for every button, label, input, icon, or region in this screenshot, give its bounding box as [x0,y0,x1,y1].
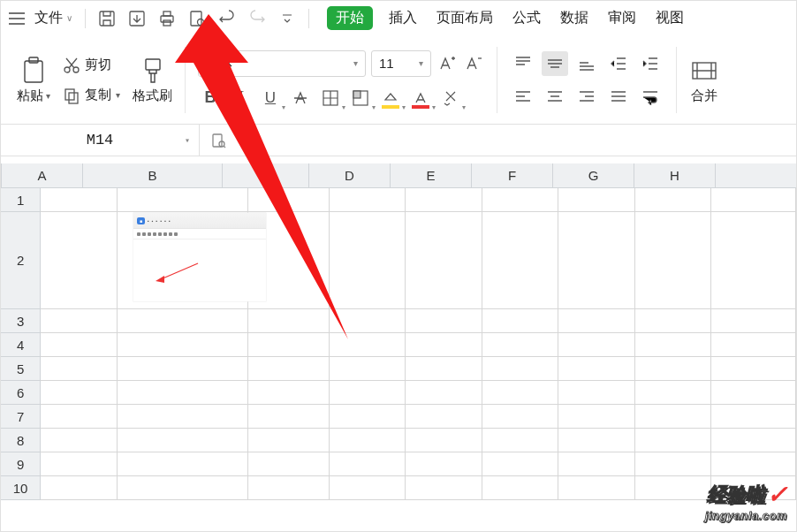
increase-font-icon[interactable] [436,53,458,74]
column-header[interactable]: E [391,163,472,188]
cell[interactable] [482,476,558,500]
column-header[interactable]: G [553,163,634,188]
cell[interactable] [482,381,558,405]
cell[interactable] [41,357,117,381]
cell[interactable] [635,381,711,405]
strikethrough-button[interactable] [288,86,313,110]
cell[interactable] [248,405,330,429]
row-header[interactable]: 3 [1,309,41,333]
cell[interactable] [482,333,558,357]
hamburger-icon[interactable] [8,10,26,27]
cell[interactable] [635,452,711,476]
cell[interactable] [406,188,482,212]
save-as-icon[interactable] [125,6,149,31]
column-header[interactable]: D [309,163,391,188]
more-quickaccess-icon[interactable] [275,6,300,31]
border-button[interactable]: ▾ [318,86,343,110]
name-box[interactable]: M14 ▾ [1,125,200,156]
cell[interactable] [406,309,482,333]
cell[interactable] [711,452,796,476]
tab-insert[interactable]: 插入 [385,7,421,29]
bold-button[interactable]: B [198,86,223,110]
cell[interactable] [482,429,558,452]
cancel-icon[interactable] [205,128,232,153]
cell[interactable] [330,476,406,500]
cell[interactable] [711,405,796,429]
cell[interactable] [118,333,248,357]
print-icon[interactable] [155,6,179,31]
copy-button[interactable]: 复制▾ [63,87,120,104]
file-menu-button[interactable]: 文件 ∨ [31,7,76,29]
cell[interactable] [635,188,711,212]
cell[interactable] [558,452,634,476]
row-header[interactable]: 4 [1,333,41,357]
select-all-corner[interactable] [1,163,2,188]
cell[interactable] [118,476,248,500]
cell[interactable] [635,429,711,452]
row-header[interactable]: 7 [1,405,41,429]
cell[interactable] [635,357,711,381]
clear-format-button[interactable]: ▾ [438,86,463,110]
cell[interactable] [406,333,482,357]
cell-style-button[interactable]: ▾ [348,86,373,110]
cell[interactable] [482,405,558,429]
tab-view[interactable]: 视图 [652,7,687,29]
cell[interactable] [118,357,248,381]
cell[interactable] [118,381,248,405]
cell[interactable] [558,381,634,405]
align-middle-icon[interactable] [542,51,568,76]
cell[interactable] [41,212,117,309]
cell[interactable] [41,476,117,500]
cell[interactable] [558,405,634,429]
cell[interactable] [248,429,330,452]
cell[interactable] [330,333,406,357]
cell[interactable] [118,452,248,476]
cell[interactable] [406,212,482,309]
redo-icon[interactable] [245,6,269,31]
column-header[interactable]: C [223,163,309,188]
paste-button[interactable]: 粘贴▾ [17,56,50,104]
column-header[interactable] [716,163,797,188]
save-icon[interactable] [95,6,119,31]
align-right-icon[interactable] [573,85,600,110]
wrap-text-icon[interactable] [637,85,664,110]
cell[interactable] [558,212,634,309]
cell[interactable] [635,333,711,357]
undo-icon[interactable] [215,6,239,31]
formula-input[interactable] [267,125,796,156]
cell[interactable] [406,452,482,476]
column-header[interactable]: H [634,163,716,188]
row-header[interactable]: 5 [1,357,41,381]
column-header[interactable]: A [2,163,83,188]
row-header[interactable]: 8 [1,429,41,452]
cell[interactable] [118,309,248,333]
cell[interactable] [118,429,248,452]
indent-decrease-icon[interactable] [605,51,632,76]
cell[interactable] [248,452,330,476]
cell[interactable] [406,405,482,429]
cell[interactable] [248,476,330,500]
cell[interactable] [711,188,796,212]
cell[interactable] [248,333,330,357]
row-header[interactable]: 2 [1,212,41,309]
cell[interactable] [482,357,558,381]
cell[interactable] [330,188,406,212]
cell[interactable] [711,357,796,381]
cell[interactable] [330,357,406,381]
cell[interactable] [406,476,482,500]
align-left-icon[interactable] [510,85,536,110]
justify-icon[interactable] [605,85,632,110]
align-center-icon[interactable] [542,85,568,110]
cell[interactable] [635,212,711,309]
cell[interactable] [711,309,796,333]
indent-increase-icon[interactable] [637,51,664,76]
cell[interactable] [558,357,634,381]
font-size-select[interactable]: 11 ▾ [371,50,431,77]
font-color-button[interactable]: ▾ [408,86,433,110]
cell[interactable] [41,452,117,476]
cell[interactable] [41,188,117,212]
cell[interactable] [482,188,558,212]
merge-button[interactable]: 合并 [689,56,719,104]
cell[interactable] [248,357,330,381]
cell[interactable] [330,429,406,452]
